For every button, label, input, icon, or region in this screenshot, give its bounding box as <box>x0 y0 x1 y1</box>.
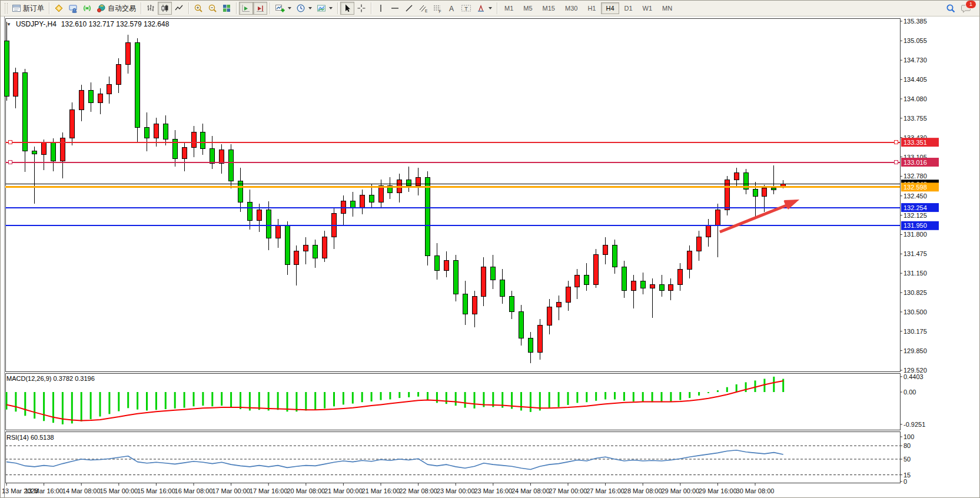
metaeditor-button[interactable] <box>52 2 66 15</box>
svg-text:21 Mar 16:00: 21 Mar 16:00 <box>362 487 400 494</box>
ohlc-readout: 132.610 132.717 132.579 132.648 <box>61 20 170 28</box>
timeframe-button-w1[interactable]: W1 <box>638 2 657 14</box>
svg-text:30 Mar 08:00: 30 Mar 08:00 <box>736 487 775 494</box>
svg-text:-0.9251: -0.9251 <box>903 421 925 428</box>
cursor-button[interactable] <box>340 2 354 15</box>
equidistant-channel-button[interactable]: E <box>416 2 430 15</box>
toolbar-separator <box>337 2 338 14</box>
templates-button[interactable] <box>314 2 335 15</box>
indicators-button[interactable] <box>273 2 294 15</box>
svg-text:29 Mar 16:00: 29 Mar 16:00 <box>699 487 737 494</box>
toolbar-separator <box>236 2 237 14</box>
templates-icon <box>317 4 326 13</box>
new-order-label: 新订单 <box>23 4 44 14</box>
crosshair-button[interactable] <box>354 2 368 15</box>
market-button[interactable] <box>66 2 80 15</box>
autotrading-icon <box>97 4 106 13</box>
search-button[interactable] <box>944 2 958 15</box>
timeframe-button-m1[interactable]: M1 <box>500 2 518 14</box>
line-chart-icon <box>174 4 184 13</box>
svg-text:0.00: 0.00 <box>903 389 916 396</box>
timeframe-button-mn[interactable]: MN <box>657 2 677 14</box>
svg-text:15: 15 <box>903 472 911 479</box>
autotrading-button[interactable]: 自动交易 <box>94 2 138 15</box>
svg-text:132.780: 132.780 <box>903 172 927 180</box>
trendline-button[interactable] <box>402 2 416 15</box>
rsi-indicator-label: RSI(14) 60.5138 <box>6 434 54 441</box>
arrows-button[interactable] <box>474 2 494 15</box>
svg-text:130.825: 130.825 <box>903 289 927 296</box>
new-order-button[interactable]: 新订单 <box>9 2 46 15</box>
svg-text:29 Mar 00:00: 29 Mar 00:00 <box>661 487 699 494</box>
text-label-button[interactable]: T <box>459 2 474 15</box>
signals-button[interactable] <box>80 2 94 15</box>
dropdown-caret <box>308 7 312 9</box>
notification-badge: 1 <box>965 0 976 9</box>
gold-ingot-icon <box>54 4 64 13</box>
svg-text:133.016: 133.016 <box>903 159 927 166</box>
chart-shift-button[interactable] <box>253 2 267 15</box>
svg-text:132.598: 132.598 <box>903 184 927 191</box>
notifications-button[interactable]: 1 <box>958 2 974 15</box>
svg-text:28 Mar 08:00: 28 Mar 08:00 <box>624 487 662 494</box>
svg-text:134.405: 134.405 <box>903 76 927 83</box>
chart-window: 135.385135.055134.730134.405134.080133.7… <box>1 16 979 497</box>
toolbar-grip[interactable] <box>5 3 8 14</box>
symbol-period-label: USDJPY-,H4 <box>16 20 57 28</box>
fibonacci-button[interactable]: F <box>430 2 444 15</box>
horizontal-line-button[interactable] <box>388 2 402 15</box>
timeframe-button-m5[interactable]: M5 <box>519 2 537 14</box>
equidistant-channel-icon: E <box>418 4 428 13</box>
dropdown-caret <box>288 7 291 9</box>
svg-text:134.080: 134.080 <box>903 95 927 102</box>
candlestick-chart-icon <box>160 4 170 13</box>
zoom-out-button[interactable] <box>205 2 220 15</box>
cursor-icon <box>343 4 352 13</box>
vertical-line-icon <box>377 4 385 13</box>
svg-text:15 Mar 00:00: 15 Mar 00:00 <box>99 487 138 494</box>
vertical-line-button[interactable] <box>374 2 388 15</box>
svg-text:A: A <box>449 5 454 13</box>
svg-text:15 Mar 16:00: 15 Mar 16:00 <box>137 487 175 494</box>
bar-chart-icon <box>146 4 155 13</box>
timeframe-button-d1[interactable]: D1 <box>620 2 637 14</box>
svg-text:133.351: 133.351 <box>903 139 927 146</box>
fibonacci-icon: F <box>433 4 442 13</box>
horizontal-line-icon <box>390 4 400 13</box>
new-order-icon <box>12 4 21 13</box>
timeframe-button-m15[interactable]: M15 <box>538 2 560 14</box>
timeframe-button-m30[interactable]: M30 <box>560 2 582 14</box>
line-handle <box>8 141 12 144</box>
tile-windows-icon <box>222 4 231 13</box>
line-handle <box>894 141 898 144</box>
candlestick-chart-button[interactable] <box>158 2 172 15</box>
zoom-in-icon <box>194 4 203 13</box>
price-chart-canvas[interactable]: 135.385135.055134.730134.405134.080133.7… <box>1 16 980 498</box>
svg-text:T: T <box>464 6 468 12</box>
mt4-window: 新订单 自动交易 <box>0 0 980 498</box>
text-icon: A <box>447 4 456 13</box>
svg-text:16 Mar 08:00: 16 Mar 08:00 <box>175 487 213 494</box>
timeframe-button-h1[interactable]: H1 <box>583 2 600 14</box>
search-icon <box>946 4 956 14</box>
svg-text:133.755: 133.755 <box>903 115 927 122</box>
svg-text:22 Mar 08:00: 22 Mar 08:00 <box>399 487 437 494</box>
line-chart-button[interactable] <box>172 2 186 15</box>
tile-windows-button[interactable] <box>220 2 234 15</box>
bar-chart-button[interactable] <box>144 2 158 15</box>
symbol-dropdown-arrow[interactable]: ▼ <box>6 22 11 27</box>
zoom-in-button[interactable] <box>191 2 205 15</box>
svg-text:132.254: 132.254 <box>903 204 927 211</box>
zoom-out-icon <box>208 4 217 13</box>
svg-text:132.450: 132.450 <box>903 192 927 200</box>
signals-icon <box>82 4 92 13</box>
periods-button[interactable] <box>294 2 314 15</box>
crosshair-icon <box>357 4 366 13</box>
clock-icon <box>296 4 305 13</box>
auto-scroll-button[interactable] <box>239 2 253 15</box>
svg-text:0.4403: 0.4403 <box>903 373 923 380</box>
svg-text:131.150: 131.150 <box>903 270 927 277</box>
timeframe-button-h4[interactable]: H4 <box>601 2 619 14</box>
text-button[interactable]: A <box>444 2 459 15</box>
toolbar-separator <box>371 2 371 14</box>
